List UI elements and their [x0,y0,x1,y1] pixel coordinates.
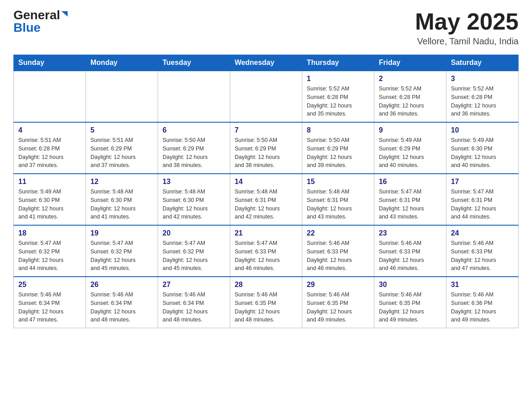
calendar-cell: 24Sunrise: 5:46 AMSunset: 6:33 PMDayligh… [446,225,519,277]
day-info: Sunrise: 5:46 AMSunset: 6:33 PMDaylight:… [451,239,514,273]
day-info: Sunrise: 5:48 AMSunset: 6:31 PMDaylight:… [307,188,369,221]
location: Vellore, Tamil Nadu, India [415,36,519,47]
day-number: 11 [18,178,81,186]
week-row-4: 18Sunrise: 5:47 AMSunset: 6:32 PMDayligh… [14,225,519,277]
day-info: Sunrise: 5:52 AMSunset: 6:28 PMDaylight:… [451,85,514,118]
calendar-cell: 7Sunrise: 5:50 AMSunset: 6:29 PMDaylight… [230,122,302,174]
day-info: Sunrise: 5:48 AMSunset: 6:30 PMDaylight:… [163,188,225,221]
day-number: 16 [379,178,442,186]
day-number: 17 [451,178,514,186]
calendar-cell: 2Sunrise: 5:52 AMSunset: 6:28 PMDaylight… [374,71,446,122]
day-info: Sunrise: 5:50 AMSunset: 6:29 PMDaylight:… [163,136,225,170]
day-info: Sunrise: 5:46 AMSunset: 6:34 PMDaylight:… [163,291,225,324]
calendar-cell: 18Sunrise: 5:47 AMSunset: 6:32 PMDayligh… [14,225,86,277]
logo-arrow-icon [61,11,68,17]
calendar-cell: 23Sunrise: 5:46 AMSunset: 6:33 PMDayligh… [374,225,446,277]
col-header-sunday: Sunday [14,55,86,71]
col-header-saturday: Saturday [446,55,519,71]
title-area: May 2025 Vellore, Tamil Nadu, India [415,9,519,47]
calendar-cell: 28Sunrise: 5:46 AMSunset: 6:35 PMDayligh… [230,277,302,328]
day-number: 10 [451,126,514,134]
day-number: 3 [451,75,514,83]
calendar-cell: 29Sunrise: 5:46 AMSunset: 6:35 PMDayligh… [302,277,374,328]
day-info: Sunrise: 5:49 AMSunset: 6:30 PMDaylight:… [18,188,81,221]
day-info: Sunrise: 5:46 AMSunset: 6:33 PMDaylight:… [379,239,442,273]
day-number: 7 [235,126,297,134]
day-info: Sunrise: 5:48 AMSunset: 6:31 PMDaylight:… [235,188,297,221]
day-info: Sunrise: 5:50 AMSunset: 6:29 PMDaylight:… [307,136,369,170]
calendar-cell: 14Sunrise: 5:48 AMSunset: 6:31 PMDayligh… [230,174,302,225]
col-header-wednesday: Wednesday [230,55,302,71]
day-info: Sunrise: 5:46 AMSunset: 6:35 PMDaylight:… [235,291,297,324]
day-info: Sunrise: 5:47 AMSunset: 6:31 PMDaylight:… [379,188,442,221]
day-info: Sunrise: 5:46 AMSunset: 6:35 PMDaylight:… [307,291,369,324]
day-info: Sunrise: 5:48 AMSunset: 6:30 PMDaylight:… [90,188,153,221]
calendar-cell: 30Sunrise: 5:46 AMSunset: 6:35 PMDayligh… [374,277,446,328]
day-number: 25 [18,281,81,289]
col-header-tuesday: Tuesday [158,55,230,71]
day-info: Sunrise: 5:46 AMSunset: 6:34 PMDaylight:… [18,291,81,324]
day-number: 30 [379,281,442,289]
day-info: Sunrise: 5:50 AMSunset: 6:29 PMDaylight:… [235,136,297,170]
day-info: Sunrise: 5:49 AMSunset: 6:30 PMDaylight:… [451,136,514,170]
calendar-cell: 15Sunrise: 5:48 AMSunset: 6:31 PMDayligh… [302,174,374,225]
calendar-cell: 21Sunrise: 5:47 AMSunset: 6:33 PMDayligh… [230,225,302,277]
calendar-cell: 22Sunrise: 5:46 AMSunset: 6:33 PMDayligh… [302,225,374,277]
calendar-cell: 17Sunrise: 5:47 AMSunset: 6:31 PMDayligh… [446,174,519,225]
day-info: Sunrise: 5:46 AMSunset: 6:34 PMDaylight:… [90,291,153,324]
day-number: 2 [379,75,442,83]
day-number: 22 [307,229,369,237]
calendar-cell [86,71,158,122]
logo-blue: Blue [13,21,41,34]
day-number: 6 [163,126,225,134]
calendar-cell: 4Sunrise: 5:51 AMSunset: 6:28 PMDaylight… [14,122,86,174]
day-number: 24 [451,229,514,237]
day-info: Sunrise: 5:46 AMSunset: 6:33 PMDaylight:… [307,239,369,273]
logo: General Blue [13,9,68,34]
day-info: Sunrise: 5:51 AMSunset: 6:28 PMDaylight:… [18,136,81,170]
week-row-2: 4Sunrise: 5:51 AMSunset: 6:28 PMDaylight… [14,122,519,174]
col-header-friday: Friday [374,55,446,71]
day-number: 21 [235,229,297,237]
calendar-cell: 5Sunrise: 5:51 AMSunset: 6:29 PMDaylight… [86,122,158,174]
day-number: 5 [90,126,153,134]
page-header: General Blue May 2025 Vellore, Tamil Nad… [13,9,519,47]
calendar-cell: 8Sunrise: 5:50 AMSunset: 6:29 PMDaylight… [302,122,374,174]
day-info: Sunrise: 5:47 AMSunset: 6:33 PMDaylight:… [235,239,297,273]
day-info: Sunrise: 5:47 AMSunset: 6:32 PMDaylight:… [163,239,225,273]
logo-general: General [13,9,60,21]
calendar-cell: 6Sunrise: 5:50 AMSunset: 6:29 PMDaylight… [158,122,230,174]
day-number: 18 [18,229,81,237]
week-row-3: 11Sunrise: 5:49 AMSunset: 6:30 PMDayligh… [14,174,519,225]
calendar-cell [158,71,230,122]
day-info: Sunrise: 5:49 AMSunset: 6:29 PMDaylight:… [379,136,442,170]
calendar-cell: 13Sunrise: 5:48 AMSunset: 6:30 PMDayligh… [158,174,230,225]
calendar-cell: 1Sunrise: 5:52 AMSunset: 6:28 PMDaylight… [302,71,374,122]
day-number: 20 [163,229,225,237]
day-info: Sunrise: 5:46 AMSunset: 6:36 PMDaylight:… [451,291,514,324]
day-info: Sunrise: 5:51 AMSunset: 6:29 PMDaylight:… [90,136,153,170]
day-info: Sunrise: 5:52 AMSunset: 6:28 PMDaylight:… [379,85,442,118]
calendar-table: SundayMondayTuesdayWednesdayThursdayFrid… [13,55,519,328]
day-number: 14 [235,178,297,186]
day-number: 15 [307,178,369,186]
day-number: 1 [307,75,369,83]
calendar-cell: 27Sunrise: 5:46 AMSunset: 6:34 PMDayligh… [158,277,230,328]
month-title: May 2025 [415,9,519,34]
day-info: Sunrise: 5:47 AMSunset: 6:31 PMDaylight:… [451,188,514,221]
day-info: Sunrise: 5:52 AMSunset: 6:28 PMDaylight:… [307,85,369,118]
day-number: 23 [379,229,442,237]
calendar-cell: 16Sunrise: 5:47 AMSunset: 6:31 PMDayligh… [374,174,446,225]
calendar-cell: 26Sunrise: 5:46 AMSunset: 6:34 PMDayligh… [86,277,158,328]
day-info: Sunrise: 5:47 AMSunset: 6:32 PMDaylight:… [18,239,81,273]
week-row-5: 25Sunrise: 5:46 AMSunset: 6:34 PMDayligh… [14,277,519,328]
col-header-monday: Monday [86,55,158,71]
day-number: 9 [379,126,442,134]
calendar-cell: 9Sunrise: 5:49 AMSunset: 6:29 PMDaylight… [374,122,446,174]
day-number: 27 [163,281,225,289]
day-number: 19 [90,229,153,237]
calendar-cell: 11Sunrise: 5:49 AMSunset: 6:30 PMDayligh… [14,174,86,225]
day-number: 12 [90,178,153,186]
day-info: Sunrise: 5:47 AMSunset: 6:32 PMDaylight:… [90,239,153,273]
day-info: Sunrise: 5:46 AMSunset: 6:35 PMDaylight:… [379,291,442,324]
